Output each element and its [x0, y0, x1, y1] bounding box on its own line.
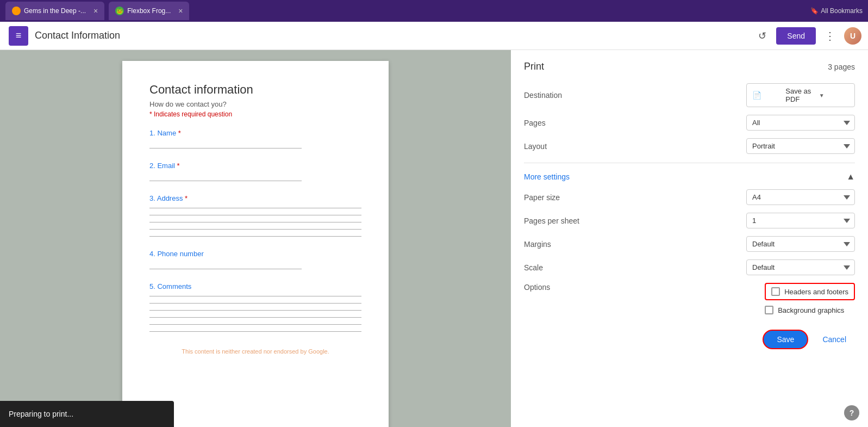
- bookmark-icon: 🔖: [810, 7, 819, 15]
- pages-row: Pages All: [524, 115, 855, 131]
- background-graphics-checkbox[interactable]: [765, 306, 773, 314]
- headers-footers-checkbox[interactable]: [771, 287, 780, 296]
- margins-row: Margins Default: [524, 236, 855, 252]
- paper-subtitle: How do we contact you?: [149, 100, 361, 108]
- scale-row: Scale Default: [524, 259, 855, 275]
- layout-row: Layout Portrait: [524, 138, 855, 154]
- pages-per-sheet-label: Pages per sheet: [524, 216, 589, 225]
- form-icon: ≡: [9, 26, 28, 46]
- reload-button[interactable]: ↺: [753, 27, 771, 45]
- pages-per-sheet-row: Pages per sheet 1: [524, 213, 855, 228]
- print-header: Print 3 pages: [524, 61, 855, 72]
- field-address-lines: [149, 208, 361, 237]
- field-phone-label: 4. Phone number: [149, 250, 361, 258]
- send-button[interactable]: Send: [776, 27, 816, 45]
- browser-bar: 🔸 Gems in the Deep -... × 🐸 Flexbox Frog…: [0, 0, 868, 22]
- tab-gems[interactable]: 🔸 Gems in the Deep -... ×: [5, 2, 104, 20]
- field-comments: 5. Comments: [149, 282, 361, 332]
- destination-row: Destination 📄 Save as PDF ▼: [524, 83, 855, 107]
- destination-select[interactable]: 📄 Save as PDF ▼: [746, 83, 855, 107]
- page-count: 3 pages: [828, 63, 855, 71]
- tab-frog-label: Flexbox Frog...: [127, 7, 171, 15]
- options-section: Options Headers and footers Background g…: [524, 283, 855, 319]
- field-email-label: 2. Email *: [149, 162, 361, 170]
- collapse-icon: ▲: [846, 172, 855, 182]
- print-panel: Print 3 pages Destination 📄 Save as PDF …: [511, 50, 868, 427]
- layout-select[interactable]: Portrait: [746, 138, 855, 154]
- status-text: Preparing to print...: [9, 410, 73, 418]
- field-phone-line: [149, 269, 302, 269]
- right-app-bar: ↺ Send ⋮ U: [511, 22, 868, 50]
- bookmarks-button[interactable]: 🔖 All Bookmarks: [810, 7, 863, 15]
- print-title: Print: [524, 61, 544, 72]
- user-avatar[interactable]: U: [844, 27, 861, 45]
- options-label: Options: [524, 283, 589, 292]
- save-button[interactable]: Save: [763, 330, 808, 349]
- form-title: Contact Information: [35, 30, 120, 41]
- field-email: 2. Email *: [149, 162, 361, 181]
- help-button[interactable]: ?: [844, 405, 859, 420]
- status-bar: Preparing to print...: [0, 401, 174, 427]
- paper-size-row: Paper size A4: [524, 189, 855, 205]
- headers-footers-option[interactable]: Headers and footers: [765, 283, 855, 300]
- divider-1: [524, 163, 855, 163]
- cancel-button[interactable]: Cancel: [814, 330, 855, 349]
- pages-select[interactable]: All: [746, 115, 855, 131]
- field-email-line: [149, 181, 302, 181]
- background-graphics-option[interactable]: Background graphics: [765, 306, 855, 314]
- destination-value: Save as PDF: [785, 87, 815, 103]
- field-comments-label: 5. Comments: [149, 282, 361, 290]
- gem-tab-icon: 🔸: [12, 7, 21, 15]
- margins-label: Margins: [524, 240, 589, 249]
- more-settings-label: More settings: [524, 172, 570, 181]
- pages-label: Pages: [524, 119, 589, 127]
- headers-footers-label: Headers and footers: [784, 288, 848, 296]
- print-preview-area[interactable]: Contact information How do we contact yo…: [0, 50, 511, 427]
- scale-select[interactable]: Default: [746, 259, 855, 275]
- layout-label: Layout: [524, 142, 589, 151]
- field-phone: 4. Phone number: [149, 250, 361, 269]
- paper-footer: This content is neither created nor endo…: [149, 348, 361, 355]
- field-name: 1. Name *: [149, 129, 361, 148]
- field-address: 3. Address *: [149, 194, 361, 237]
- options-checkboxes: Headers and footers Background graphics: [765, 283, 855, 319]
- destination-chevron: ▼: [819, 92, 849, 98]
- tab-frog[interactable]: 🐸 Flexbox Frog... ×: [109, 2, 189, 20]
- frog-tab-icon: 🐸: [115, 7, 124, 15]
- field-name-line: [149, 148, 302, 148]
- app-bar: ≡ Contact Information: [0, 22, 511, 50]
- tab-gems-label: Gems in the Deep -...: [24, 7, 86, 15]
- background-graphics-label: Background graphics: [778, 306, 844, 314]
- tab-gems-close[interactable]: ×: [93, 7, 98, 15]
- margins-select[interactable]: Default: [746, 236, 855, 252]
- paper-page: Contact information How do we contact yo…: [122, 61, 389, 427]
- paper-size-label: Paper size: [524, 193, 589, 202]
- paper-size-select[interactable]: A4: [746, 189, 855, 205]
- scale-label: Scale: [524, 263, 589, 272]
- more-settings-row[interactable]: More settings ▲: [524, 172, 855, 182]
- bookmarks-label: All Bookmarks: [821, 7, 863, 15]
- action-buttons: Save Cancel: [524, 330, 855, 349]
- destination-label: Destination: [524, 91, 589, 100]
- tab-frog-close[interactable]: ×: [178, 7, 183, 15]
- paper-title: Contact information: [149, 83, 361, 97]
- pages-per-sheet-select[interactable]: 1: [746, 213, 855, 228]
- field-name-label: 1. Name *: [149, 129, 361, 137]
- field-address-label: 3. Address *: [149, 194, 361, 202]
- required-note: * Indicates required question: [149, 110, 361, 118]
- more-options-button[interactable]: ⋮: [821, 27, 839, 45]
- pdf-icon: 📄: [752, 91, 782, 100]
- field-comments-lines: [149, 296, 361, 332]
